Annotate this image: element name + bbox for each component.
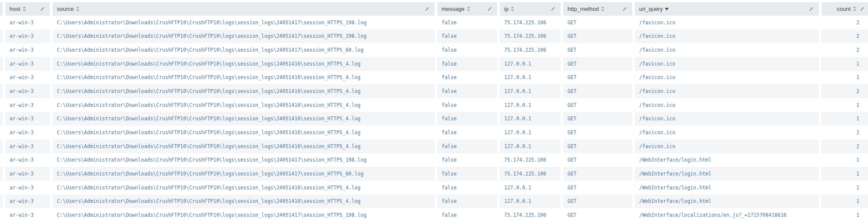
cell-source[interactable]: C:\Users\Administrator\Downloads\CrushFT…: [53, 167, 435, 181]
cell-message[interactable]: false: [437, 181, 497, 195]
cell-uri_query[interactable]: /favicon.ico: [635, 16, 819, 30]
pencil-icon[interactable]: [551, 7, 555, 11]
cell-count[interactable]: 2: [822, 16, 868, 30]
cell-uri_query[interactable]: /favicon.ico: [635, 126, 819, 139]
cell-ip[interactable]: 127.0.0.1: [500, 112, 561, 126]
cell-ip[interactable]: 75.174.225.106: [500, 16, 561, 30]
cell-host[interactable]: ar-win-3: [5, 57, 50, 71]
cell-uri_query[interactable]: /favicon.ico: [635, 30, 819, 43]
cell-source[interactable]: C:\Users\Administrator\Downloads\CrushFT…: [53, 98, 435, 112]
cell-source[interactable]: C:\Users\Administrator\Downloads\CrushFT…: [53, 195, 435, 209]
cell-count[interactable]: 2: [822, 84, 868, 98]
cell-host[interactable]: ar-win-3: [5, 126, 50, 139]
cell-ip[interactable]: 75.174.225.106: [500, 208, 561, 222]
cell-host[interactable]: ar-win-3: [5, 167, 50, 181]
cell-host[interactable]: ar-win-3: [5, 153, 50, 167]
cell-host[interactable]: ar-win-3: [5, 84, 50, 98]
cell-ip[interactable]: 127.0.0.1: [500, 57, 561, 71]
cell-ip[interactable]: 75.174.225.106: [500, 167, 561, 181]
cell-message[interactable]: false: [437, 153, 497, 167]
pencil-icon[interactable]: [622, 7, 627, 11]
cell-uri_query[interactable]: /favicon.ico: [635, 57, 819, 71]
cell-host[interactable]: ar-win-3: [5, 30, 50, 43]
cell-uri_query[interactable]: /favicon.ico: [635, 71, 819, 85]
cell-uri_query[interactable]: /favicon.ico: [635, 112, 819, 126]
cell-uri_query[interactable]: /favicon.ico: [635, 139, 819, 153]
cell-message[interactable]: false: [437, 195, 497, 209]
cell-source[interactable]: C:\Users\Administrator\Downloads\CrushFT…: [53, 30, 435, 43]
pencil-icon[interactable]: [809, 7, 814, 11]
cell-host[interactable]: ar-win-3: [5, 43, 50, 57]
cell-source[interactable]: C:\Users\Administrator\Downloads\CrushFT…: [53, 84, 435, 98]
cell-uri_query[interactable]: /favicon.ico: [635, 98, 819, 112]
cell-count[interactable]: 2: [822, 139, 868, 153]
cell-host[interactable]: ar-win-3: [5, 195, 50, 209]
cell-message[interactable]: false: [437, 30, 497, 43]
cell-ip[interactable]: 127.0.0.1: [500, 181, 561, 195]
cell-host[interactable]: ar-win-3: [5, 139, 50, 153]
cell-host[interactable]: ar-win-3: [5, 98, 50, 112]
cell-message[interactable]: false: [437, 126, 497, 139]
column-header-http-method[interactable]: http_method: [563, 2, 632, 16]
cell-count[interactable]: 1: [822, 71, 868, 85]
cell-message[interactable]: false: [437, 167, 497, 181]
cell-ip[interactable]: 127.0.0.1: [500, 71, 561, 85]
cell-ip[interactable]: 127.0.0.1: [500, 139, 561, 153]
cell-uri_query[interactable]: /WebInterface/login.html: [635, 181, 819, 195]
cell-message[interactable]: false: [437, 139, 497, 153]
cell-source[interactable]: C:\Users\Administrator\Downloads\CrushFT…: [53, 181, 435, 195]
cell-ip[interactable]: 75.174.225.106: [500, 43, 561, 57]
cell-host[interactable]: ar-win-3: [5, 181, 50, 195]
cell-source[interactable]: C:\Users\Administrator\Downloads\CrushFT…: [53, 112, 435, 126]
cell-http_method[interactable]: GET: [563, 112, 632, 126]
cell-count[interactable]: 2: [822, 126, 868, 139]
column-header-message[interactable]: message: [437, 2, 497, 16]
cell-message[interactable]: false: [437, 43, 497, 57]
cell-message[interactable]: false: [437, 57, 497, 71]
cell-source[interactable]: C:\Users\Administrator\Downloads\CrushFT…: [53, 16, 435, 30]
cell-http_method[interactable]: GET: [563, 139, 632, 153]
cell-uri_query[interactable]: /WebInterface/login.html: [635, 167, 819, 181]
cell-source[interactable]: C:\Users\Administrator\Downloads\CrushFT…: [53, 71, 435, 85]
cell-count[interactable]: 1: [822, 98, 868, 112]
column-header-ip[interactable]: ip: [500, 2, 561, 16]
cell-count[interactable]: 2: [822, 43, 868, 57]
cell-source[interactable]: C:\Users\Administrator\Downloads\CrushFT…: [53, 139, 435, 153]
cell-http_method[interactable]: GET: [563, 98, 632, 112]
cell-message[interactable]: false: [437, 98, 497, 112]
cell-message[interactable]: false: [437, 84, 497, 98]
column-header-uri-query[interactable]: uri_query: [635, 2, 819, 16]
cell-count[interactable]: 1: [822, 195, 868, 209]
cell-http_method[interactable]: GET: [563, 126, 632, 139]
cell-uri_query[interactable]: /favicon.ico: [635, 84, 819, 98]
cell-http_method[interactable]: GET: [563, 43, 632, 57]
cell-uri_query[interactable]: /favicon.ico: [635, 43, 819, 57]
cell-http_method[interactable]: GET: [563, 84, 632, 98]
cell-http_method[interactable]: GET: [563, 16, 632, 30]
cell-message[interactable]: false: [437, 112, 497, 126]
cell-count[interactable]: 1: [822, 112, 868, 126]
cell-message[interactable]: false: [437, 208, 497, 222]
cell-ip[interactable]: 127.0.0.1: [500, 84, 561, 98]
cell-ip[interactable]: 75.174.225.106: [500, 30, 561, 43]
cell-ip[interactable]: 127.0.0.1: [500, 98, 561, 112]
cell-http_method[interactable]: GET: [563, 57, 632, 71]
cell-http_method[interactable]: GET: [563, 208, 632, 222]
cell-http_method[interactable]: GET: [563, 153, 632, 167]
cell-http_method[interactable]: GET: [563, 181, 632, 195]
cell-ip[interactable]: 127.0.0.1: [500, 195, 561, 209]
pencil-icon[interactable]: [425, 7, 429, 11]
cell-uri_query[interactable]: /WebInterface/localizations/en.js?_=1715…: [635, 208, 819, 222]
cell-uri_query[interactable]: /WebInterface/login.html: [635, 195, 819, 209]
cell-count[interactable]: 1: [822, 208, 868, 222]
cell-source[interactable]: C:\Users\Administrator\Downloads\CrushFT…: [53, 43, 435, 57]
cell-count[interactable]: 1: [822, 167, 868, 181]
cell-source[interactable]: C:\Users\Administrator\Downloads\CrushFT…: [53, 208, 435, 222]
cell-http_method[interactable]: GET: [563, 167, 632, 181]
cell-ip[interactable]: 127.0.0.1: [500, 126, 561, 139]
cell-host[interactable]: ar-win-3: [5, 71, 50, 85]
cell-host[interactable]: ar-win-3: [5, 208, 50, 222]
column-header-host[interactable]: host: [5, 2, 50, 16]
cell-http_method[interactable]: GET: [563, 71, 632, 85]
pencil-icon[interactable]: [487, 7, 492, 11]
